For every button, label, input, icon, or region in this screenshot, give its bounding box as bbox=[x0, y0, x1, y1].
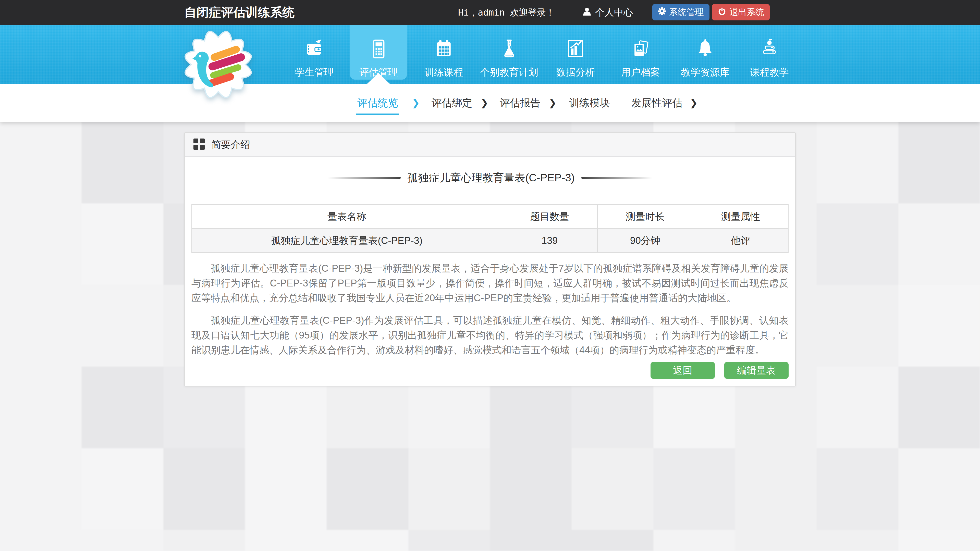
card-header: 简要介绍 bbox=[185, 133, 795, 157]
sub-nav: 评估统览 ❯ 评估绑定 ❯ 评估报告 ❯ 训练模块 发展性评估 ❯ bbox=[0, 84, 980, 122]
card-header-title: 简要介绍 bbox=[211, 138, 250, 151]
nav-label: 数据分析 bbox=[556, 66, 595, 79]
cell-attribute: 他评 bbox=[693, 229, 788, 252]
nav-label: 用户档案 bbox=[621, 66, 660, 79]
cell-duration: 90分钟 bbox=[597, 229, 693, 252]
card-body: 孤独症儿童心理教育量表(C-PEP-3) 量表名称 题目数量 测量时长 测量属性… bbox=[185, 171, 795, 386]
app-title: 自闭症评估训练系统 bbox=[184, 0, 294, 25]
login-greeting: Hi，admin 欢迎登录！ bbox=[458, 0, 555, 25]
nav-item-data-analysis[interactable]: 数据分析 bbox=[540, 25, 611, 84]
table-row: 孤独症儿童心理教育量表(C-PEP-3) 139 90分钟 他评 bbox=[192, 229, 788, 252]
subnav-item-developmental-assessment[interactable]: 发展性评估 bbox=[632, 84, 682, 122]
chevron-right-icon: ❯ bbox=[690, 84, 698, 122]
subnav-item-assessment-binding[interactable]: 评估绑定 bbox=[431, 84, 473, 122]
decor-line-right bbox=[581, 177, 652, 179]
personal-center-link[interactable]: 个人中心 bbox=[582, 0, 633, 25]
wallet-icon bbox=[304, 38, 325, 60]
chevron-right-icon: ❯ bbox=[549, 84, 557, 122]
top-bar: 自闭症评估训练系统 Hi，admin 欢迎登录！ 个人中心 系统管理 bbox=[0, 0, 980, 25]
user-icon bbox=[582, 7, 592, 18]
nav-item-teaching-resources[interactable]: 教学资源库 bbox=[670, 25, 741, 84]
personal-center-label: 个人中心 bbox=[595, 6, 633, 19]
nav-item-training-courses[interactable]: 训练课程 bbox=[408, 25, 479, 84]
grid-icon bbox=[193, 138, 205, 151]
logout-label: 退出系统 bbox=[729, 6, 764, 18]
subnav-item-training-module[interactable]: 训练模块 bbox=[569, 84, 610, 122]
chevron-right-icon: ❯ bbox=[480, 84, 488, 122]
subnav-item-assessment-report[interactable]: 评估报告 bbox=[500, 84, 541, 122]
nav-item-student-management[interactable]: 学生管理 bbox=[279, 25, 350, 84]
system-admin-button[interactable]: 系统管理 bbox=[652, 4, 710, 21]
chart-icon bbox=[565, 38, 587, 60]
card-actions: 返回 编辑量表 bbox=[191, 362, 789, 379]
nav-item-course-teaching[interactable]: 课程教学 bbox=[734, 25, 805, 84]
decor-line-left bbox=[328, 177, 401, 179]
nav-label: 学生管理 bbox=[295, 66, 334, 79]
back-button[interactable]: 返回 bbox=[651, 362, 715, 379]
intro-card: 简要介绍 孤独症儿童心理教育量表(C-PEP-3) 量表名称 题目数量 测量时长… bbox=[184, 132, 796, 386]
nav-label: 教学资源库 bbox=[681, 66, 729, 79]
nav-item-iep[interactable]: 个别教育计划 bbox=[473, 25, 545, 84]
gear-icon bbox=[658, 7, 666, 17]
system-admin-label: 系统管理 bbox=[669, 6, 704, 18]
scale-title-row: 孤独症儿童心理教育量表(C-PEP-3) bbox=[191, 171, 789, 185]
books-icon bbox=[759, 38, 780, 60]
nav-label: 课程教学 bbox=[750, 66, 789, 79]
subnav-item-assessment-overview[interactable]: 评估统览 bbox=[357, 84, 398, 122]
calculator-icon bbox=[368, 38, 390, 60]
active-nav-arrow bbox=[367, 73, 390, 84]
cell-scale-name: 孤独症儿童心理教育量表(C-PEP-3) bbox=[192, 229, 502, 252]
power-icon bbox=[718, 7, 726, 17]
col-question-count: 题目数量 bbox=[502, 205, 597, 229]
scale-info-table: 量表名称 题目数量 测量时长 测量属性 孤独症儿童心理教育量表(C-PEP-3)… bbox=[191, 204, 789, 253]
nav-label: 个别教育计划 bbox=[480, 66, 538, 79]
calendar-icon bbox=[433, 38, 455, 60]
col-attribute: 测量属性 bbox=[693, 205, 788, 229]
description-paragraph-1: 孤独症儿童心理教育量表(C-PEP-3)是一种新型的发展量表，适合于身心发展处于… bbox=[191, 261, 789, 305]
table-header-row: 量表名称 题目数量 测量时长 测量属性 bbox=[192, 205, 788, 229]
logout-button[interactable]: 退出系统 bbox=[712, 4, 770, 21]
photos-icon bbox=[630, 38, 652, 60]
bell-icon bbox=[694, 38, 716, 60]
nav-item-user-archives[interactable]: 用户档案 bbox=[605, 25, 676, 84]
col-scale-name: 量表名称 bbox=[192, 205, 502, 229]
edit-scale-button[interactable]: 编辑量表 bbox=[724, 362, 789, 379]
scale-title: 孤独症儿童心理教育量表(C-PEP-3) bbox=[407, 171, 575, 185]
main-nav: 学生管理 评估管理 bbox=[0, 25, 980, 84]
cell-question-count: 139 bbox=[502, 229, 597, 252]
nav-label: 训练课程 bbox=[425, 66, 463, 79]
chevron-right-icon: ❯ bbox=[412, 84, 420, 122]
app-logo[interactable] bbox=[182, 27, 255, 102]
flask-icon bbox=[498, 38, 520, 60]
col-duration: 测量时长 bbox=[597, 205, 693, 229]
description-paragraph-2: 孤独症儿童心理教育量表(C-PEP-3)作为发展评估工具，可以描述孤独症儿童在模… bbox=[191, 313, 789, 357]
